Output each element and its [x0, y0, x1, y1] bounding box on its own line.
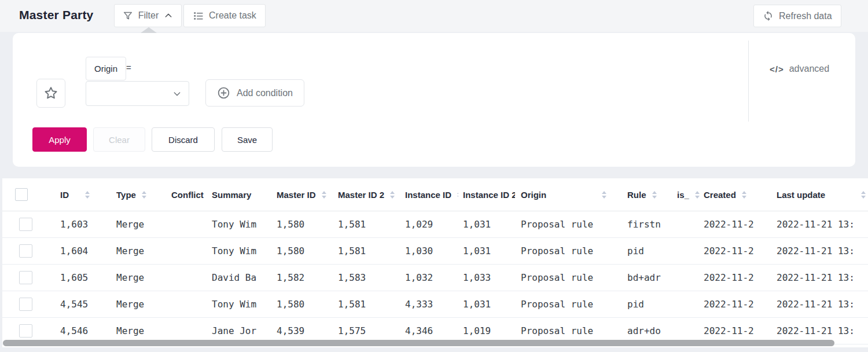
code-icon: </> — [770, 64, 784, 74]
create-task-button[interactable]: Create task — [183, 4, 266, 27]
cell-created: 2022-11-2 — [700, 219, 773, 230]
table-header-row: ID Type Conflict Summary Master ID Maste… — [2, 178, 868, 211]
column-header-instance-id[interactable]: Instance ID — [400, 190, 458, 200]
cell-created: 2022-11-2 — [700, 299, 773, 310]
advanced-toggle[interactable]: </> advanced — [770, 64, 829, 74]
add-condition-button[interactable]: Add condition — [205, 79, 304, 107]
sort-icon[interactable] — [861, 191, 866, 199]
column-header-id[interactable]: ID — [46, 190, 102, 200]
cell-master-id-2: 1,581 — [333, 245, 400, 256]
column-header-rule[interactable]: Rule — [621, 190, 675, 200]
page-title: Master Party — [19, 8, 93, 22]
refresh-data-label: Refresh data — [779, 11, 832, 21]
cell-master-id: 1,580 — [272, 219, 333, 230]
cell-origin: Proposal rule — [515, 219, 621, 230]
refresh-data-button[interactable]: Refresh data — [753, 5, 841, 27]
cell-created: 2022-11-2 — [700, 272, 773, 283]
cell-last-update: 2022-11-21 13: — [773, 325, 868, 336]
cell-instance-id-2: 1,033 — [458, 272, 515, 283]
cell-origin: Proposal rule — [515, 272, 621, 283]
plus-circle-icon — [217, 86, 230, 100]
cell-instance-id: 1,030 — [400, 245, 458, 256]
cell-rule: pid — [621, 299, 675, 310]
cell-id: 4,546 — [46, 325, 102, 336]
cell-master-id: 1,580 — [272, 245, 333, 256]
filter-panel: Origin = Add condition </> advanced Appl… — [13, 33, 855, 167]
cell-instance-id: 1,029 — [400, 219, 458, 230]
apply-button[interactable]: Apply — [32, 127, 87, 152]
cell-origin: Proposal rule — [515, 299, 621, 310]
table-row[interactable]: 1,604 Merge Tony Wim 1,580 1,581 1,030 1… — [2, 238, 868, 265]
favorite-filter-button[interactable] — [36, 79, 65, 108]
cell-rule: firstn — [621, 219, 675, 230]
table-row[interactable]: 1,603 Merge Tony Wim 1,580 1,581 1,029 1… — [2, 211, 868, 238]
task-list-icon — [193, 10, 204, 21]
cell-last-update: 2022-11-21 13: — [773, 219, 868, 230]
cell-master-id-2: 1,581 — [333, 299, 400, 310]
filter-button[interactable]: Filter — [114, 4, 182, 27]
filter-field-label: Origin — [94, 64, 117, 74]
cell-summary: Tony Wim — [207, 219, 272, 230]
cell-created: 2022-11-2 — [700, 325, 773, 336]
cell-type: Merge — [102, 219, 167, 230]
row-checkbox[interactable] — [19, 271, 32, 284]
select-all-checkbox[interactable] — [15, 188, 28, 201]
cell-master-id: 1,582 — [272, 272, 333, 283]
sort-icon[interactable] — [322, 191, 326, 199]
cell-summary: Tony Wim — [207, 245, 272, 256]
panel-divider — [748, 41, 749, 122]
horizontal-scrollbar-thumb[interactable] — [3, 340, 834, 346]
sort-icon[interactable] — [695, 191, 700, 199]
cell-summary: Tony Wim — [207, 299, 272, 310]
filter-operator: = — [126, 63, 131, 72]
row-checkbox[interactable] — [19, 298, 32, 311]
column-header-summary[interactable]: Summary — [207, 190, 272, 200]
cell-master-id: 1,580 — [272, 299, 333, 310]
cell-master-id-2: 1,575 — [333, 325, 400, 336]
filter-field-chip[interactable]: Origin — [86, 57, 126, 80]
sort-icon[interactable] — [742, 191, 746, 199]
sort-icon[interactable] — [602, 191, 606, 199]
column-header-origin[interactable]: Origin — [515, 190, 621, 200]
cell-type: Merge — [102, 325, 167, 336]
create-task-label: Create task — [209, 10, 256, 21]
sort-icon[interactable] — [390, 191, 395, 199]
discard-button[interactable]: Discard — [152, 127, 215, 152]
results-table: ID Type Conflict Summary Master ID Maste… — [2, 178, 868, 347]
cell-instance-id: 1,032 — [400, 272, 458, 283]
cell-last-update: 2022-11-21 13: — [773, 272, 868, 283]
cell-id: 1,603 — [46, 219, 102, 230]
cell-instance-id-2: 1,031 — [458, 299, 515, 310]
save-button[interactable]: Save — [222, 127, 273, 152]
sort-icon[interactable] — [142, 191, 146, 199]
cell-origin: Proposal rule — [515, 245, 621, 256]
column-header-master-id-2[interactable]: Master ID 2 — [333, 190, 400, 200]
cell-instance-id: 4,333 — [400, 299, 458, 310]
cell-rule: adr+do — [621, 325, 675, 336]
cell-type: Merge — [102, 245, 167, 256]
row-checkbox[interactable] — [19, 244, 32, 258]
column-header-conflict[interactable]: Conflict — [167, 190, 207, 200]
sort-icon[interactable] — [652, 191, 657, 199]
column-header-master-id[interactable]: Master ID — [272, 190, 333, 200]
cell-instance-id-2: 1,019 — [458, 325, 515, 336]
row-checkbox[interactable] — [19, 324, 32, 338]
column-header-created[interactable]: Created — [700, 190, 773, 200]
row-checkbox[interactable] — [19, 218, 32, 231]
advanced-label: advanced — [789, 64, 829, 74]
sort-icon[interactable] — [85, 191, 90, 199]
filter-value-select[interactable] — [86, 81, 189, 106]
column-header-type[interactable]: Type — [102, 190, 167, 200]
clear-button[interactable]: Clear — [93, 127, 145, 152]
column-header-is[interactable]: is_ — [675, 190, 700, 200]
filter-panel-notch — [141, 27, 157, 33]
cell-summary: David Ba — [207, 272, 272, 283]
table-row[interactable]: 1,605 Merge David Ba 1,582 1,583 1,032 1… — [2, 265, 868, 291]
cell-rule: bd+adr — [621, 272, 675, 283]
column-header-instance-id-2[interactable]: Instance ID 2 — [458, 190, 515, 200]
cell-id: 1,605 — [46, 272, 102, 283]
table-row[interactable]: 4,545 Merge Tony Wim 1,580 1,581 4,333 1… — [2, 291, 868, 318]
cell-origin: Proposal rule — [515, 325, 621, 336]
cell-type: Merge — [102, 299, 167, 310]
column-header-last-update[interactable]: Last update — [773, 190, 868, 200]
